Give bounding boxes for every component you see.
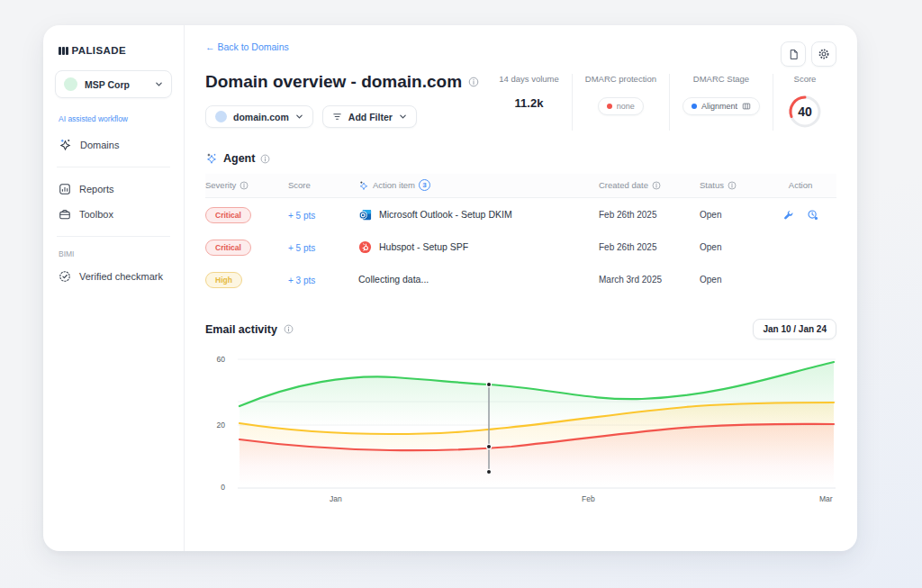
agent-title: Agent xyxy=(223,152,255,165)
agent-section: Agent Severity Score Action ite xyxy=(205,152,836,295)
stat-volume-value: 11.2k xyxy=(499,96,559,110)
sidebar: PALISADE MSP Corp AI assisted workflow D… xyxy=(43,25,185,551)
table-row[interactable]: Critical + 5 pts Microsoft Outlook - Set… xyxy=(205,198,836,231)
workspace-name: MSP Corp xyxy=(85,79,148,90)
email-activity-section: Email activity Jan 10 / Jan 24 60 20 0 J… xyxy=(205,319,836,514)
status-dot-red xyxy=(607,104,612,109)
sidebar-item-label: Reports xyxy=(79,184,114,194)
sidebar-item-reports[interactable]: Reports xyxy=(43,176,184,202)
sidebar-item-domains[interactable]: Domains xyxy=(43,131,184,158)
table-row[interactable]: Critical + 5 pts Hubspot - Setup SPF Feb… xyxy=(205,231,836,263)
info-icon[interactable] xyxy=(728,181,737,190)
email-activity-chart: 60 20 0 Jan Feb Mar xyxy=(205,350,836,514)
y-axis-tick: 0 xyxy=(205,483,225,492)
document-button[interactable] xyxy=(781,41,806,67)
col-status: Status xyxy=(700,180,724,190)
score-points: + 5 pts xyxy=(288,243,315,253)
page-title-row: Domain overview - domain.com xyxy=(205,72,486,92)
chart-plot-area xyxy=(232,350,841,494)
app-window: PALISADE MSP Corp AI assisted workflow D… xyxy=(43,25,857,551)
date-range-button[interactable]: Jan 10 / Jan 24 xyxy=(753,319,836,339)
table-row[interactable]: High + 3 pts Collecting data... March 3r… xyxy=(205,263,836,295)
severity-badge: Critical xyxy=(205,207,251,223)
status-value: Open xyxy=(700,210,764,220)
stat-volume-label: 14 days volume xyxy=(499,74,559,84)
protection-status-pill: none xyxy=(598,97,644,115)
sidebar-item-toolbox[interactable]: Toolbox xyxy=(43,202,184,227)
score-gauge: 40 xyxy=(786,93,824,131)
status-value: Open xyxy=(700,242,764,252)
x-axis-tick: Jan xyxy=(330,494,342,503)
gear-icon xyxy=(818,48,830,60)
filter-icon xyxy=(332,112,342,122)
created-date: March 3rd 2025 xyxy=(599,275,700,285)
y-axis-tick: 60 xyxy=(205,355,225,364)
stage-pill[interactable]: Alignment xyxy=(682,97,760,115)
sidebar-item-verified-checkmark[interactable]: Verified checkmark xyxy=(43,264,184,289)
sidebar-divider xyxy=(57,167,170,167)
action-item-name: Collecting data... xyxy=(358,274,429,285)
stat-stage-label: DMARC Stage xyxy=(682,74,760,84)
col-action-item: Action item xyxy=(373,180,415,190)
stat-protection-label: DMARC protection xyxy=(585,74,656,84)
info-icon[interactable] xyxy=(284,324,294,334)
score-value: 40 xyxy=(786,93,824,131)
info-icon[interactable] xyxy=(468,77,479,87)
stat-volume: 14 days volume 11.2k xyxy=(486,74,572,131)
marker-dot xyxy=(486,382,491,386)
outlook-icon xyxy=(358,208,372,222)
stat-dmarc-protection: DMARC protection none xyxy=(573,74,669,131)
add-filter-button[interactable]: Add Filter xyxy=(322,105,417,128)
back-to-domains-link[interactable]: ← Back to Domains xyxy=(205,41,289,52)
domain-avatar xyxy=(215,111,227,122)
domain-select[interactable]: domain.com xyxy=(205,105,313,128)
info-icon[interactable] xyxy=(240,181,249,190)
stat-score-label: Score xyxy=(786,74,824,84)
sidebar-bimi-label: BIMI xyxy=(43,249,184,258)
settings-button[interactable] xyxy=(811,41,836,67)
palisade-logo-icon xyxy=(59,47,68,55)
agent-table-header: Severity Score Action item 3 Created dat… xyxy=(205,174,836,198)
chevron-down-icon xyxy=(399,113,407,121)
protection-status-value: none xyxy=(617,102,635,111)
info-icon[interactable] xyxy=(652,181,661,190)
severity-badge: High xyxy=(205,272,242,288)
score-points: + 5 pts xyxy=(288,211,315,221)
workspace-avatar xyxy=(64,77,77,91)
marker-dot xyxy=(486,469,491,474)
created-date: Feb 26th 2025 xyxy=(599,210,700,220)
action-item-name: Microsoft Outlook - Setup DKIM xyxy=(379,209,512,220)
col-created-date: Created date xyxy=(599,180,648,190)
col-action: Action xyxy=(789,180,812,190)
domain-select-value: domain.com xyxy=(233,112,289,122)
status-value: Open xyxy=(700,275,764,285)
snooze-history-icon[interactable] xyxy=(807,209,818,221)
stat-dmarc-stage: DMARC Stage Alignment xyxy=(670,74,773,131)
info-icon[interactable] xyxy=(260,154,270,164)
sidebar-item-label: Verified checkmark xyxy=(79,271,163,282)
y-axis-tick: 20 xyxy=(205,421,225,430)
action-item-name: Hubspot - Setup SPF xyxy=(379,241,468,252)
x-axis-tick: Mar xyxy=(819,494,833,503)
col-score: Score xyxy=(288,180,311,190)
hubspot-icon xyxy=(358,240,372,254)
app-logo-text: PALISADE xyxy=(72,45,127,56)
status-dot-blue xyxy=(692,104,697,109)
sidebar-divider xyxy=(57,236,170,237)
marker-dot xyxy=(486,444,491,448)
sparkles-icon xyxy=(358,180,369,191)
page-title: Domain overview - domain.com xyxy=(205,72,462,92)
col-severity: Severity xyxy=(205,180,236,190)
add-filter-label: Add Filter xyxy=(348,112,393,122)
fix-wrench-icon[interactable] xyxy=(782,209,794,221)
verified-checkmark-icon xyxy=(59,270,71,283)
email-activity-title: Email activity xyxy=(205,323,277,336)
action-item-count-badge: 3 xyxy=(419,179,430,191)
sidebar-section-label: AI assisted workflow xyxy=(43,114,184,123)
reports-icon xyxy=(59,183,71,195)
app-logo: PALISADE xyxy=(43,45,184,56)
sidebar-item-label: Domains xyxy=(80,140,119,150)
stat-score: Score 40 xyxy=(773,74,836,131)
workspace-selector[interactable]: MSP Corp xyxy=(55,70,172,98)
stage-value: Alignment xyxy=(701,102,737,111)
